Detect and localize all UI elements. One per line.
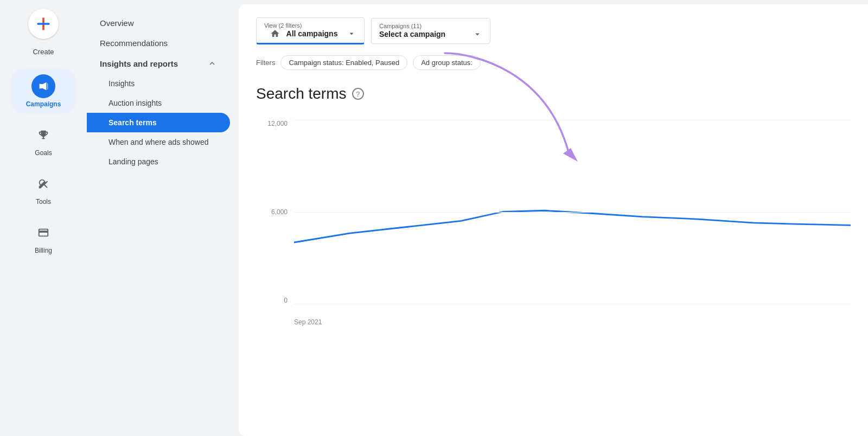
page-title: Search terms: [256, 85, 347, 102]
main-content: View (2 filters) All campaigns Campaigns…: [239, 4, 868, 436]
grid-line-mid: [294, 212, 851, 213]
campaigns-icon-wrap: [31, 74, 55, 98]
billing-icon-wrap: [31, 221, 55, 245]
nav-insights-reports[interactable]: Insights and reports: [87, 53, 230, 74]
grid-line-bottom: [294, 304, 851, 304]
filter-chip-campaign-status[interactable]: Campaign status: Enabled, Paused: [280, 55, 407, 70]
help-icon[interactable]: ?: [352, 88, 364, 100]
icon-sidebar: Create Campaigns Goals Tools: [0, 0, 87, 436]
grid-line-top: [294, 120, 851, 120]
campaign-dropdown-label: Campaigns (11): [379, 23, 482, 29]
sidebar-item-campaigns[interactable]: Campaigns: [11, 69, 76, 113]
campaign-dropdown-value: Select a campaign: [379, 29, 482, 39]
view-dropdown-label: View (2 filters): [264, 22, 356, 29]
nav-insights[interactable]: Insights: [87, 74, 230, 93]
nav-search-terms[interactable]: Search terms: [87, 113, 230, 132]
campaigns-label: Campaigns: [26, 100, 61, 108]
goals-label: Goals: [35, 149, 52, 157]
billing-label: Billing: [35, 247, 52, 254]
page-title-row: Search terms ?: [256, 85, 851, 102]
sidebar-item-tools[interactable]: Tools: [11, 166, 76, 211]
create-label: Create: [33, 48, 54, 56]
y-label-0: 0: [284, 297, 288, 304]
top-bar: View (2 filters) All campaigns Campaigns…: [256, 17, 851, 44]
y-label-12000: 12,000: [267, 120, 288, 127]
chart-x-label: Sep 2021: [294, 318, 322, 326]
chart-y-labels: 12,000 6,000 0: [256, 120, 294, 304]
create-button[interactable]: [28, 9, 59, 39]
nav-sidebar: Overview Recommendations Insights and re…: [87, 0, 239, 436]
chart-plot: [294, 120, 851, 304]
tools-icon-wrap: [31, 172, 55, 196]
tools-label: Tools: [36, 198, 51, 206]
nav-auction-insights[interactable]: Auction insights: [87, 93, 230, 113]
filters-row: Filters Campaign status: Enabled, Paused…: [256, 55, 851, 70]
view-dropdown-value: All campaigns: [264, 29, 356, 39]
y-label-6000: 6,000: [271, 208, 288, 216]
nav-recommendations[interactable]: Recommendations: [87, 33, 230, 53]
nav-landing-pages[interactable]: Landing pages: [87, 152, 230, 171]
filters-label: Filters: [256, 59, 275, 67]
filter-chip-ad-group-status[interactable]: Ad group status:: [413, 55, 481, 70]
goals-icon-wrap: [31, 123, 55, 147]
chart-area: 12,000 6,000 0 Sep 2021: [256, 120, 851, 326]
sidebar-item-goals[interactable]: Goals: [11, 118, 76, 162]
nav-when-where[interactable]: When and where ads showed: [87, 132, 230, 152]
view-dropdown[interactable]: View (2 filters) All campaigns: [256, 17, 365, 44]
campaign-dropdown[interactable]: Campaigns (11) Select a campaign: [371, 18, 490, 44]
sidebar-item-billing[interactable]: Billing: [11, 215, 76, 260]
nav-overview[interactable]: Overview: [87, 13, 230, 33]
